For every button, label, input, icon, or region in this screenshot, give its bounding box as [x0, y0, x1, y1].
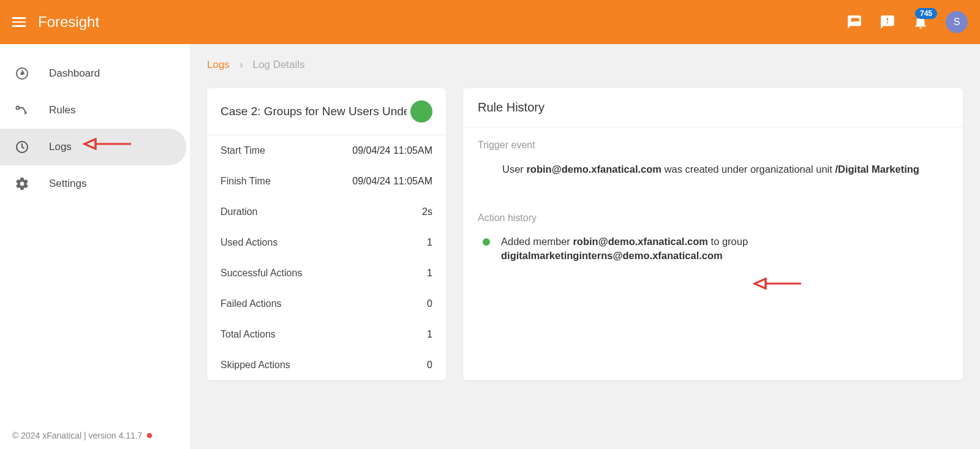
stat-value: 09/04/24 11:05AM	[352, 145, 432, 156]
sidebar-item-label: Settings	[49, 178, 86, 190]
action-history-item: Added member robin@demo.xfanatical.com t…	[483, 235, 948, 277]
action-success-dot-icon	[483, 238, 490, 246]
rule-history-card: Rule History Trigger event User robin@de…	[463, 88, 963, 380]
main-layout: Dashboard Rules Logs Settings © 2024 xFa…	[0, 44, 980, 449]
trigger-section: Trigger event User robin@demo.xfanatical…	[463, 127, 963, 200]
bell-icon[interactable]: 745	[913, 14, 929, 30]
case-stats-list: Start Time09/04/24 11:05AMFinish Time09/…	[207, 135, 446, 380]
gear-icon	[15, 176, 29, 191]
stat-label: Used Actions	[221, 237, 277, 248]
sidebar-item-label: Logs	[49, 141, 72, 153]
stat-value: 0	[427, 360, 432, 371]
avatar[interactable]: S	[946, 11, 968, 33]
hamburger-menu-icon[interactable]	[12, 17, 26, 27]
stat-value: 0	[427, 298, 432, 309]
stat-value: 09/04/24 11:05AM	[352, 176, 432, 187]
trigger-event-text: User robin@demo.xfanatical.com was creat…	[502, 162, 948, 177]
stat-row: Duration2s	[207, 197, 446, 227]
stat-row: Successful Actions1	[207, 258, 446, 289]
sidebar-footer: © 2024 xFanatical | version 4.11.7	[0, 422, 190, 449]
trigger-event-label: Trigger event	[478, 140, 948, 151]
announcement-icon[interactable]	[880, 14, 895, 30]
stat-value: 1	[427, 329, 432, 340]
chat-icon[interactable]	[846, 14, 862, 30]
rules-icon	[15, 103, 29, 118]
action-history-section: Action history Added member robin@demo.x…	[463, 200, 963, 282]
stat-value: 2s	[422, 206, 432, 217]
case-card-header: Case 2: Groups for New Users Unde	[207, 88, 446, 135]
case-summary-card: Case 2: Groups for New Users Unde Start …	[207, 88, 446, 380]
sidebar-item-rules[interactable]: Rules	[0, 92, 190, 129]
sidebar-item-dashboard[interactable]: Dashboard	[0, 55, 190, 92]
stat-row: Used Actions1	[207, 227, 446, 258]
stat-label: Total Actions	[221, 329, 276, 340]
stat-label: Failed Actions	[221, 298, 282, 309]
svg-point-1	[21, 73, 23, 75]
stat-label: Start Time	[221, 145, 265, 156]
footer-version-text: © 2024 xFanatical | version 4.11.7	[12, 431, 142, 440]
stat-label: Successful Actions	[221, 268, 302, 279]
app-header: Foresight 745 S	[0, 0, 980, 44]
breadcrumb: Logs › Log Details	[207, 59, 963, 71]
action-history-text: Added member robin@demo.xfanatical.com t…	[501, 235, 748, 263]
dashboard-icon	[15, 66, 29, 81]
breadcrumb-link-logs[interactable]: Logs	[207, 59, 230, 71]
sidebar-item-settings[interactable]: Settings	[0, 165, 190, 202]
stat-label: Skipped Actions	[221, 360, 290, 371]
stat-label: Finish Time	[221, 176, 271, 187]
breadcrumb-current: Log Details	[253, 59, 305, 71]
header-right: 745 S	[846, 11, 968, 33]
case-title: Case 2: Groups for New Users Unde	[221, 105, 407, 118]
status-success-icon	[410, 100, 432, 123]
stat-row: Failed Actions0	[207, 289, 446, 319]
app-title: Foresight	[38, 13, 99, 31]
logs-icon	[15, 140, 29, 154]
rule-history-title: Rule History	[463, 88, 963, 127]
chevron-right-icon: ›	[239, 59, 243, 71]
stat-row: Finish Time09/04/24 11:05AM	[207, 166, 446, 197]
header-left: Foresight	[12, 13, 99, 31]
status-dot-icon	[147, 433, 152, 438]
sidebar-item-label: Dashboard	[49, 67, 100, 80]
stat-value: 1	[427, 268, 432, 279]
stat-value: 1	[427, 237, 432, 248]
sidebar-item-label: Rules	[49, 104, 75, 116]
stat-label: Duration	[221, 206, 257, 217]
action-history-label: Action history	[478, 213, 948, 224]
stat-row: Skipped Actions0	[207, 350, 446, 380]
stat-row: Total Actions1	[207, 319, 446, 350]
notification-badge: 745	[915, 8, 937, 19]
cards-row: Case 2: Groups for New Users Unde Start …	[207, 88, 963, 380]
sidebar-item-logs[interactable]: Logs	[0, 129, 186, 165]
content-area: Logs › Log Details Case 2: Groups for Ne…	[190, 44, 980, 449]
stat-row: Start Time09/04/24 11:05AM	[207, 135, 446, 166]
sidebar: Dashboard Rules Logs Settings © 2024 xFa…	[0, 44, 190, 449]
